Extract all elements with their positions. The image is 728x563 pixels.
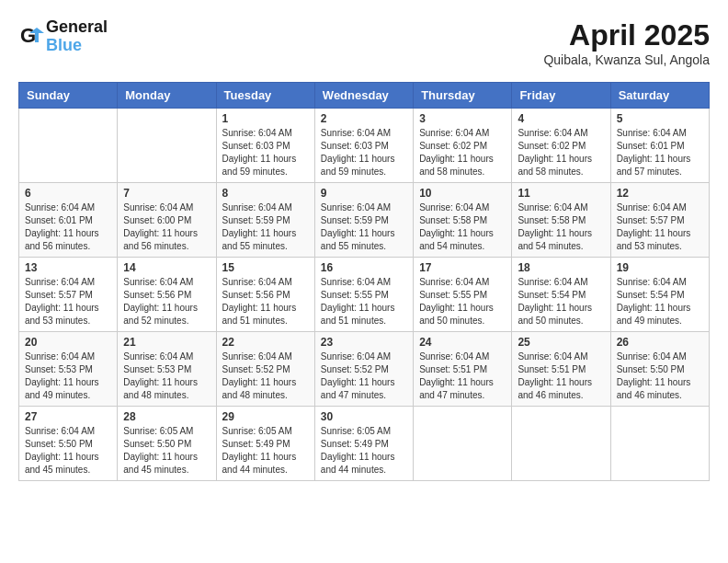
day-info: Sunrise: 6:05 AM Sunset: 5:49 PM Dayligh…	[321, 425, 407, 477]
calendar-week-row: 20Sunrise: 6:04 AM Sunset: 5:53 PM Dayli…	[19, 332, 710, 407]
day-info: Sunrise: 6:04 AM Sunset: 6:01 PM Dayligh…	[25, 201, 111, 253]
calendar-week-row: 27Sunrise: 6:04 AM Sunset: 5:50 PM Dayli…	[19, 407, 710, 481]
calendar-cell: 29Sunrise: 6:05 AM Sunset: 5:49 PM Dayli…	[216, 407, 314, 481]
calendar-cell	[610, 407, 709, 481]
day-number: 5	[617, 112, 703, 125]
day-info: Sunrise: 6:04 AM Sunset: 5:52 PM Dayligh…	[222, 350, 309, 402]
day-number: 20	[25, 336, 111, 349]
calendar: SundayMondayTuesdayWednesdayThursdayFrid…	[18, 82, 710, 481]
day-info: Sunrise: 6:04 AM Sunset: 5:54 PM Dayligh…	[518, 276, 604, 327]
day-number: 7	[123, 187, 210, 200]
day-of-week-header: Sunday	[19, 83, 118, 109]
logo-text: GeneralBlue	[46, 18, 108, 55]
day-of-week-header: Saturday	[610, 83, 709, 109]
day-info: Sunrise: 6:04 AM Sunset: 5:57 PM Dayligh…	[617, 201, 703, 253]
calendar-cell: 11Sunrise: 6:04 AM Sunset: 5:58 PM Dayli…	[512, 183, 610, 258]
day-number: 23	[321, 336, 407, 349]
calendar-cell: 8Sunrise: 6:04 AM Sunset: 5:59 PM Daylig…	[216, 183, 314, 258]
day-number: 3	[419, 112, 506, 125]
page-header: G GeneralBlue April 2025 Quibala, Kwanza…	[18, 18, 710, 67]
day-number: 11	[518, 187, 604, 200]
day-number: 9	[321, 187, 407, 200]
day-info: Sunrise: 6:04 AM Sunset: 6:01 PM Dayligh…	[617, 127, 703, 178]
day-number: 19	[617, 261, 703, 274]
day-info: Sunrise: 6:05 AM Sunset: 5:49 PM Dayligh…	[222, 425, 309, 477]
day-number: 6	[25, 187, 111, 200]
day-info: Sunrise: 6:04 AM Sunset: 5:51 PM Dayligh…	[518, 350, 604, 402]
day-number: 14	[123, 261, 210, 274]
day-number: 28	[123, 410, 210, 423]
location: Quibala, Kwanza Sul, Angola	[543, 52, 710, 67]
calendar-cell: 5Sunrise: 6:04 AM Sunset: 6:01 PM Daylig…	[610, 109, 709, 183]
calendar-cell: 22Sunrise: 6:04 AM Sunset: 5:52 PM Dayli…	[216, 332, 314, 407]
day-info: Sunrise: 6:04 AM Sunset: 5:53 PM Dayligh…	[25, 350, 111, 402]
day-number: 16	[321, 261, 407, 274]
day-number: 15	[222, 261, 309, 274]
calendar-cell: 23Sunrise: 6:04 AM Sunset: 5:52 PM Dayli…	[314, 332, 413, 407]
calendar-cell	[414, 407, 512, 481]
day-info: Sunrise: 6:04 AM Sunset: 5:59 PM Dayligh…	[321, 201, 407, 253]
calendar-cell: 10Sunrise: 6:04 AM Sunset: 5:58 PM Dayli…	[414, 183, 512, 258]
logo-icon: G	[18, 24, 44, 50]
day-info: Sunrise: 6:04 AM Sunset: 5:50 PM Dayligh…	[617, 350, 703, 402]
day-info: Sunrise: 6:04 AM Sunset: 5:50 PM Dayligh…	[25, 425, 111, 477]
day-info: Sunrise: 6:04 AM Sunset: 6:02 PM Dayligh…	[419, 127, 506, 178]
calendar-cell: 9Sunrise: 6:04 AM Sunset: 5:59 PM Daylig…	[314, 183, 413, 258]
calendar-cell: 21Sunrise: 6:04 AM Sunset: 5:53 PM Dayli…	[118, 332, 216, 407]
logo: G GeneralBlue	[18, 18, 108, 55]
calendar-cell: 30Sunrise: 6:05 AM Sunset: 5:49 PM Dayli…	[314, 407, 413, 481]
calendar-cell: 6Sunrise: 6:04 AM Sunset: 6:01 PM Daylig…	[19, 183, 118, 258]
day-number: 17	[419, 261, 506, 274]
calendar-cell: 7Sunrise: 6:04 AM Sunset: 6:00 PM Daylig…	[118, 183, 216, 258]
calendar-week-row: 6Sunrise: 6:04 AM Sunset: 6:01 PM Daylig…	[19, 183, 710, 258]
calendar-cell	[512, 407, 610, 481]
day-number: 2	[321, 112, 407, 125]
day-info: Sunrise: 6:04 AM Sunset: 5:58 PM Dayligh…	[419, 201, 506, 253]
calendar-week-row: 1Sunrise: 6:04 AM Sunset: 6:03 PM Daylig…	[19, 109, 710, 183]
calendar-cell: 19Sunrise: 6:04 AM Sunset: 5:54 PM Dayli…	[610, 258, 709, 332]
day-number: 8	[222, 187, 309, 200]
day-info: Sunrise: 6:04 AM Sunset: 6:03 PM Dayligh…	[321, 127, 407, 178]
calendar-cell: 13Sunrise: 6:04 AM Sunset: 5:57 PM Dayli…	[19, 258, 118, 332]
calendar-cell: 16Sunrise: 6:04 AM Sunset: 5:55 PM Dayli…	[314, 258, 413, 332]
day-of-week-header: Monday	[118, 83, 216, 109]
svg-text:G: G	[20, 24, 36, 47]
day-number: 25	[518, 336, 604, 349]
calendar-cell: 4Sunrise: 6:04 AM Sunset: 6:02 PM Daylig…	[512, 109, 610, 183]
day-info: Sunrise: 6:04 AM Sunset: 5:59 PM Dayligh…	[222, 201, 309, 253]
day-number: 1	[222, 112, 309, 125]
day-info: Sunrise: 6:04 AM Sunset: 5:53 PM Dayligh…	[123, 350, 210, 402]
day-info: Sunrise: 6:04 AM Sunset: 6:00 PM Dayligh…	[123, 201, 210, 253]
calendar-cell	[118, 109, 216, 183]
title-area: April 2025 Quibala, Kwanza Sul, Angola	[543, 18, 710, 67]
day-number: 18	[518, 261, 604, 274]
day-info: Sunrise: 6:04 AM Sunset: 5:52 PM Dayligh…	[321, 350, 407, 402]
calendar-cell: 25Sunrise: 6:04 AM Sunset: 5:51 PM Dayli…	[512, 332, 610, 407]
day-number: 29	[222, 410, 309, 423]
calendar-cell: 12Sunrise: 6:04 AM Sunset: 5:57 PM Dayli…	[610, 183, 709, 258]
day-number: 4	[518, 112, 604, 125]
calendar-cell: 2Sunrise: 6:04 AM Sunset: 6:03 PM Daylig…	[314, 109, 413, 183]
calendar-cell: 15Sunrise: 6:04 AM Sunset: 5:56 PM Dayli…	[216, 258, 314, 332]
day-info: Sunrise: 6:04 AM Sunset: 5:56 PM Dayligh…	[123, 276, 210, 327]
day-of-week-header: Tuesday	[216, 83, 314, 109]
calendar-cell: 1Sunrise: 6:04 AM Sunset: 6:03 PM Daylig…	[216, 109, 314, 183]
day-of-week-header: Friday	[512, 83, 610, 109]
calendar-cell: 24Sunrise: 6:04 AM Sunset: 5:51 PM Dayli…	[414, 332, 512, 407]
day-info: Sunrise: 6:05 AM Sunset: 5:50 PM Dayligh…	[123, 425, 210, 477]
day-number: 30	[321, 410, 407, 423]
calendar-cell	[19, 109, 118, 183]
calendar-cell: 14Sunrise: 6:04 AM Sunset: 5:56 PM Dayli…	[118, 258, 216, 332]
day-of-week-header: Thursday	[414, 83, 512, 109]
day-number: 13	[25, 261, 111, 274]
day-info: Sunrise: 6:04 AM Sunset: 5:58 PM Dayligh…	[518, 201, 604, 253]
day-info: Sunrise: 6:04 AM Sunset: 5:57 PM Dayligh…	[25, 276, 111, 327]
day-number: 24	[419, 336, 506, 349]
day-info: Sunrise: 6:04 AM Sunset: 6:03 PM Dayligh…	[222, 127, 309, 178]
month-title: April 2025	[543, 18, 710, 52]
calendar-header-row: SundayMondayTuesdayWednesdayThursdayFrid…	[19, 83, 710, 109]
day-number: 12	[617, 187, 703, 200]
day-number: 26	[617, 336, 703, 349]
day-number: 22	[222, 336, 309, 349]
calendar-cell: 20Sunrise: 6:04 AM Sunset: 5:53 PM Dayli…	[19, 332, 118, 407]
